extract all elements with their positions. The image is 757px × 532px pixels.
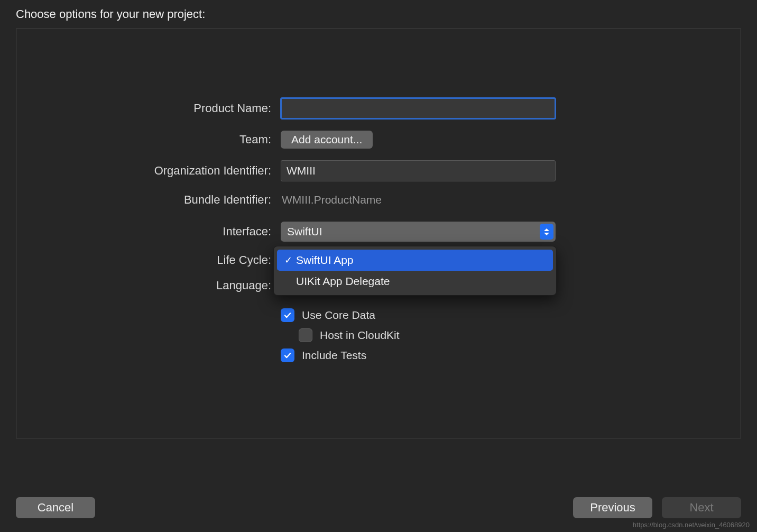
host-cloudkit-label: Host in CloudKit [320,329,400,342]
life-cycle-dropdown[interactable]: ✓ SwiftUI App UIKit App Delegate [273,246,557,296]
life-cycle-label: Life Cycle: [16,253,281,267]
dialog-title: Choose options for your new project: [0,0,757,29]
watermark: https://blog.csdn.net/weixin_46068920 [633,521,750,529]
host-cloudkit-row[interactable]: Host in CloudKit [16,328,741,342]
life-cycle-option-swiftui-app[interactable]: ✓ SwiftUI App [277,250,553,271]
use-core-data-label: Use Core Data [302,309,375,322]
menu-item-label: UIKit App Delegate [296,275,390,288]
life-cycle-option-uikit-delegate[interactable]: UIKit App Delegate [277,271,553,292]
use-core-data-row[interactable]: Use Core Data [16,308,741,322]
include-tests-checkbox[interactable] [281,348,294,362]
checkmark-icon [283,351,292,360]
spacer [95,497,564,518]
options-panel: Product Name: Team: Add account... Organ… [16,29,741,438]
cancel-button[interactable]: Cancel [16,497,95,518]
language-label: Language: [16,279,281,292]
product-name-input[interactable] [281,98,556,119]
checkmark-icon: ✓ [284,254,296,266]
include-tests-row[interactable]: Include Tests [16,348,741,362]
form: Product Name: Team: Add account... Organ… [16,98,741,369]
use-core-data-checkbox[interactable] [281,308,294,322]
menu-item-label: SwiftUI App [296,254,354,267]
org-id-label: Organization Identifier: [16,164,281,178]
team-label: Team: [16,133,281,146]
interface-popup[interactable]: SwiftUI [281,222,556,242]
interface-value: SwiftUI [287,225,322,238]
add-account-button[interactable]: Add account... [281,131,373,149]
include-tests-label: Include Tests [302,349,366,362]
previous-button[interactable]: Previous [573,497,652,518]
interface-label: Interface: [16,225,281,239]
dialog-footer: Cancel Previous Next [0,497,757,518]
checkmark-icon [283,311,292,319]
up-down-icon [540,224,553,240]
bundle-id-value: WMIII.ProductName [281,194,382,206]
bundle-id-label: Bundle Identifier: [16,193,281,207]
product-name-label: Product Name: [16,102,281,115]
next-button: Next [662,497,741,518]
host-cloudkit-checkbox[interactable] [299,328,312,342]
org-id-input[interactable] [281,160,556,181]
